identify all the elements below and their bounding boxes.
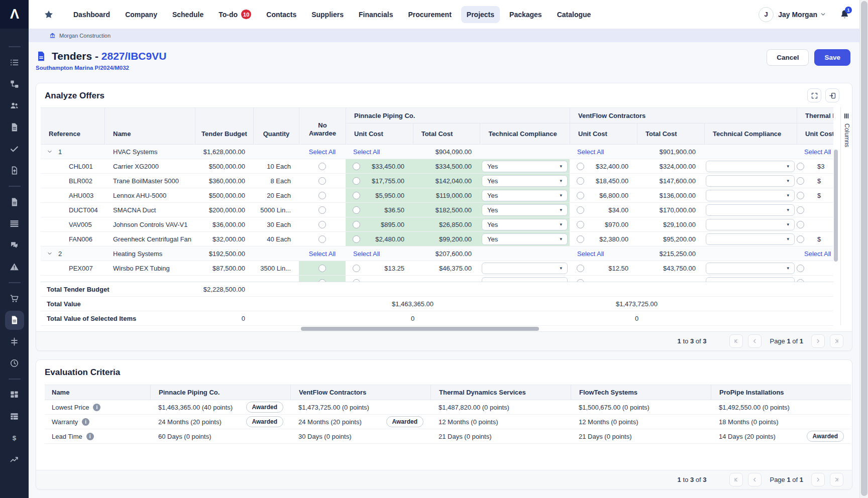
compliance-select[interactable]: ▾ xyxy=(482,263,568,274)
awardee-radio[interactable] xyxy=(353,192,360,199)
select-all-link[interactable]: Select All xyxy=(577,250,604,258)
awardee-radio[interactable] xyxy=(577,221,584,228)
nav-item-packages[interactable]: Packages xyxy=(504,6,548,23)
select-all-link[interactable]: Select All xyxy=(353,148,380,156)
select-all-link[interactable]: Select All xyxy=(804,250,831,258)
columns-tab[interactable]: Columns xyxy=(840,107,852,325)
awardee-radio[interactable] xyxy=(577,235,584,243)
awardee-radio[interactable] xyxy=(797,221,804,228)
window-scrollbar-thumb[interactable] xyxy=(861,1,867,496)
last-page-button[interactable] xyxy=(830,334,843,348)
awardee-radio[interactable] xyxy=(353,163,360,170)
awardee-radio[interactable] xyxy=(318,235,326,243)
nav-item-financials[interactable]: Financials xyxy=(353,6,398,23)
awardee-radio[interactable] xyxy=(353,221,360,228)
app-logo[interactable]: Λ xyxy=(0,0,29,29)
awardee-radio[interactable] xyxy=(318,206,326,214)
tender-reference-link[interactable]: 2827/IBC9VU xyxy=(101,50,167,62)
awardee-radio[interactable] xyxy=(577,163,584,170)
nav-item-suppliers[interactable]: Suppliers xyxy=(306,6,349,23)
chevron-down-icon[interactable] xyxy=(47,149,53,155)
awardee-radio[interactable] xyxy=(797,192,804,199)
info-icon[interactable]: i xyxy=(93,404,100,411)
awardee-radio[interactable] xyxy=(318,177,326,185)
nav-item-company[interactable]: Company xyxy=(120,6,163,23)
awardee-radio[interactable] xyxy=(318,192,326,199)
sidebar-item-checklist[interactable] xyxy=(0,138,29,160)
first-page-button[interactable] xyxy=(729,473,743,486)
sidebar-item-people[interactable] xyxy=(0,95,29,116)
compliance-select[interactable]: Yes▾ xyxy=(482,161,568,172)
awardee-radio[interactable] xyxy=(577,192,584,199)
nav-item-dashboard[interactable]: Dashboard xyxy=(68,6,116,23)
awardee-radio[interactable] xyxy=(797,235,804,243)
breadcrumb[interactable]: Morgan Construction xyxy=(29,29,868,42)
window-scrollbar[interactable] xyxy=(859,0,868,498)
compliance-select[interactable]: Yes▾ xyxy=(482,233,568,245)
compliance-select[interactable]: ▾ xyxy=(706,219,795,230)
next-page-button[interactable] xyxy=(811,473,825,486)
select-all-link[interactable]: Select All xyxy=(309,250,336,258)
sidebar-item-sliders[interactable] xyxy=(0,331,29,352)
sidebar-item-warning[interactable] xyxy=(0,256,29,278)
select-all-link[interactable]: Select All xyxy=(577,148,604,156)
nav-item-catalogue[interactable]: Catalogue xyxy=(552,6,597,23)
compliance-select[interactable]: ▾ xyxy=(482,277,568,282)
awardee-radio[interactable] xyxy=(797,177,804,185)
compliance-select[interactable]: ▾ xyxy=(706,175,795,187)
compliance-select[interactable]: ▾ xyxy=(706,277,795,282)
sidebar-item-file-export[interactable] xyxy=(0,160,29,181)
sidebar-item-clock[interactable] xyxy=(0,352,29,374)
awardee-radio[interactable] xyxy=(318,221,326,228)
compliance-select[interactable]: Yes▾ xyxy=(482,190,568,201)
sidebar-item-rows[interactable] xyxy=(0,213,29,234)
compliance-select[interactable]: ▾ xyxy=(706,190,795,201)
awardee-radio[interactable] xyxy=(353,177,360,185)
awardee-radio[interactable] xyxy=(577,265,584,272)
previous-page-button[interactable] xyxy=(748,334,762,348)
user-menu[interactable]: J Jay Morgan xyxy=(758,7,826,22)
sidebar-item-table[interactable] xyxy=(0,406,29,427)
select-all-link[interactable]: Select All xyxy=(309,148,336,156)
select-all-link[interactable]: Select All xyxy=(804,148,831,156)
sidebar-item-chat[interactable] xyxy=(0,234,29,256)
awardee-radio[interactable] xyxy=(577,177,584,185)
compliance-select[interactable]: ▾ xyxy=(706,233,795,245)
awardee-radio[interactable] xyxy=(797,206,804,214)
nav-item-projects[interactable]: Projects xyxy=(461,6,500,23)
info-icon[interactable]: i xyxy=(86,433,94,440)
info-icon[interactable]: i xyxy=(82,418,89,426)
sidebar-item-contract-document[interactable] xyxy=(0,191,29,213)
awardee-radio[interactable] xyxy=(318,163,326,170)
first-page-button[interactable] xyxy=(729,334,743,348)
last-page-button[interactable] xyxy=(830,473,843,486)
nav-item-to-do[interactable]: To-do10 xyxy=(213,5,257,24)
sidebar-item-document[interactable] xyxy=(0,116,29,138)
compliance-select[interactable]: ▾ xyxy=(706,263,795,274)
sidebar-item-cart[interactable] xyxy=(0,288,29,309)
vertical-scrollbar-thumb[interactable] xyxy=(834,150,838,262)
sidebar-item-hierarchy[interactable] xyxy=(0,73,29,95)
nav-item-contacts[interactable]: Contacts xyxy=(261,6,302,23)
sidebar-item-list[interactable] xyxy=(0,52,29,73)
vertical-scrollbar[interactable] xyxy=(833,107,838,325)
nav-item-schedule[interactable]: Schedule xyxy=(167,6,209,23)
open-in-button[interactable] xyxy=(825,88,839,102)
next-page-button[interactable] xyxy=(811,334,825,348)
save-button[interactable]: Save xyxy=(814,49,850,66)
select-all-link[interactable]: Select All xyxy=(353,250,380,258)
favorite-star-icon[interactable] xyxy=(44,10,54,20)
sidebar-item-finance[interactable]: $ xyxy=(0,427,29,449)
cancel-button[interactable]: Cancel xyxy=(767,49,809,66)
previous-page-button[interactable] xyxy=(748,473,762,486)
chevron-down-icon[interactable] xyxy=(47,251,53,257)
compliance-select[interactable]: ▾ xyxy=(706,204,795,216)
notifications-bell-icon[interactable]: 1 xyxy=(839,9,850,20)
sidebar-item-trend[interactable] xyxy=(0,449,29,470)
sidebar-item-modules-grid[interactable] xyxy=(0,384,29,406)
awardee-radio[interactable] xyxy=(353,235,360,243)
awardee-radio[interactable] xyxy=(577,206,584,214)
project-subtitle-link[interactable]: Southampton Marina P/2024/M032 xyxy=(36,65,859,71)
awardee-radio[interactable] xyxy=(797,265,804,272)
awardee-radio[interactable] xyxy=(353,206,360,214)
